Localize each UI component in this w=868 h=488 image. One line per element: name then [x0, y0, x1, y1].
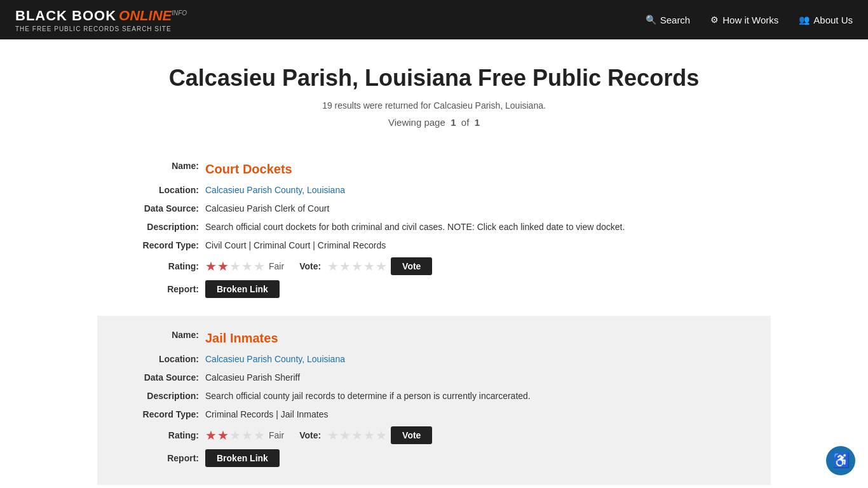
vote-star-3[interactable]: ★: [351, 259, 363, 274]
datasource-label: Data Source:: [123, 202, 205, 215]
record-location-row-2: Location: Calcasieu Parish County, Louis…: [123, 353, 745, 366]
report-label-2: Report:: [123, 453, 205, 463]
jail-inmates-link[interactable]: Jail Inmates: [205, 331, 278, 345]
court-dockets-link[interactable]: Court Dockets: [205, 162, 292, 176]
report-row-2: Report: Broken Link: [123, 449, 745, 467]
site-header: BLACK BOOK ONLINEINFO THE FREE PUBLIC RE…: [0, 0, 868, 39]
report-label: Report:: [123, 284, 205, 294]
logo-online-text: ONLINEINFO: [119, 8, 187, 24]
record-type-label-2: Record Type:: [123, 408, 205, 421]
main-nav: 🔍 Search ⚙ How it Works 👥 About Us: [646, 15, 853, 25]
record-location-row: Location: Calcasieu Parish County, Louis…: [123, 184, 745, 197]
star2-1: ★: [205, 428, 217, 443]
results-info: 19 results were returned for Calcasieu P…: [97, 100, 771, 111]
star-4: ★: [241, 259, 253, 274]
vote2-star-4[interactable]: ★: [363, 428, 375, 443]
record-name-row: Name: Court Dockets: [123, 159, 745, 179]
logo-subtitle: THE FREE PUBLIC RECORDS SEARCH SITE: [15, 25, 187, 32]
report-row: Report: Broken Link: [123, 280, 745, 298]
site-logo: BLACK BOOK ONLINEINFO THE FREE PUBLIC RE…: [15, 8, 187, 32]
vote-button-2[interactable]: Vote: [391, 426, 432, 444]
vote-label: Vote:: [299, 261, 321, 271]
record-type-row-2: Record Type: Criminal Records | Jail Inm…: [123, 408, 745, 421]
vote-label-2: Vote:: [299, 430, 321, 440]
rating-label-2: Rating:: [123, 430, 205, 440]
jail-inmates-record-type: Criminal Records | Jail Inmates: [205, 408, 745, 421]
record-description-row-2: Description: Search official county jail…: [123, 390, 745, 403]
vote-area-2: Vote: ★ ★ ★ ★ ★ Vote: [299, 426, 432, 444]
vote2-star-2[interactable]: ★: [339, 428, 351, 443]
description-label-2: Description:: [123, 390, 205, 403]
court-dockets-record-type: Civil Court | Criminal Court | Criminal …: [205, 239, 745, 252]
rating-row: Rating: ★ ★ ★ ★ ★ Fair Vote: ★ ★ ★ ★: [123, 257, 745, 275]
jail-inmates-description: Search official county jail records to d…: [205, 390, 745, 403]
nav-search[interactable]: 🔍 Search: [646, 15, 691, 25]
main-content: Calcasieu Parish, Louisiana Free Public …: [85, 39, 783, 488]
nav-how-it-works[interactable]: ⚙ How it Works: [710, 15, 778, 25]
rating-row-2: Rating: ★ ★ ★ ★ ★ Fair Vote: ★ ★ ★ ★: [123, 426, 745, 444]
vote2-star-3[interactable]: ★: [351, 428, 363, 443]
court-dockets-description: Search official court dockets for both c…: [205, 220, 745, 234]
record-type-row: Record Type: Civil Court | Criminal Cour…: [123, 239, 745, 252]
vote2-star-1[interactable]: ★: [327, 428, 339, 443]
star-1: ★: [205, 259, 217, 274]
rating-stars-2: ★ ★ ★ ★ ★ Fair: [205, 428, 284, 443]
record-name-row-2: Name: Jail Inmates: [123, 329, 745, 348]
jail-inmates-datasource: Calcasieu Parish Sheriff: [205, 371, 745, 384]
star2-5: ★: [254, 428, 265, 443]
display-stars: ★ ★ ★ ★ ★: [205, 259, 265, 274]
vote-star-1[interactable]: ★: [327, 259, 339, 274]
search-icon: 🔍: [646, 15, 656, 25]
record-datasource-row-2: Data Source: Calcasieu Parish Sheriff: [123, 371, 745, 384]
location-label: Location:: [123, 184, 205, 197]
star-5: ★: [254, 259, 265, 274]
location-label-2: Location:: [123, 353, 205, 366]
page-title: Calcasieu Parish, Louisiana Free Public …: [97, 65, 771, 92]
jail-inmates-location-link[interactable]: Calcasieu Parish County, Louisiana: [205, 354, 345, 364]
gear-icon: ⚙: [710, 15, 719, 25]
vote-stars[interactable]: ★ ★ ★ ★ ★: [327, 259, 387, 274]
star2-2: ★: [217, 428, 229, 443]
accessibility-button[interactable]: ♿: [826, 446, 855, 475]
name-label-2: Name:: [123, 329, 205, 348]
record-card-jail-inmates: Name: Jail Inmates Location: Calcasieu P…: [97, 316, 771, 485]
rating-label: Rating:: [123, 261, 205, 271]
datasource-label-2: Data Source:: [123, 371, 205, 384]
people-icon: 👥: [799, 15, 810, 25]
record-description-row: Description: Search official court docke…: [123, 220, 745, 234]
accessibility-icon: ♿: [832, 452, 850, 469]
nav-about-us[interactable]: 👥 About Us: [799, 15, 853, 25]
court-dockets-location-link[interactable]: Calcasieu Parish County, Louisiana: [205, 185, 345, 195]
court-dockets-datasource: Calcasieu Parish Clerk of Court: [205, 202, 745, 215]
broken-link-button-1[interactable]: Broken Link: [205, 280, 280, 298]
record-card-court-dockets: Name: Court Dockets Location: Calcasieu …: [97, 147, 771, 316]
rating-text-2: Fair: [269, 430, 284, 440]
star-3: ★: [229, 259, 241, 274]
paging-info: Viewing page 1 of 1: [97, 117, 771, 128]
rating-text: Fair: [269, 261, 284, 271]
description-label: Description:: [123, 220, 205, 234]
name-label: Name:: [123, 159, 205, 179]
vote-star-5[interactable]: ★: [376, 259, 387, 274]
logo-black-text: BLACK BOOK: [15, 8, 116, 24]
vote-button-1[interactable]: Vote: [391, 257, 432, 275]
record-datasource-row: Data Source: Calcasieu Parish Clerk of C…: [123, 202, 745, 215]
broken-link-button-2[interactable]: Broken Link: [205, 449, 280, 467]
star2-4: ★: [241, 428, 253, 443]
display-stars-2: ★ ★ ★ ★ ★: [205, 428, 265, 443]
vote-area: Vote: ★ ★ ★ ★ ★ Vote: [299, 257, 432, 275]
vote-stars-2[interactable]: ★ ★ ★ ★ ★: [327, 428, 387, 443]
rating-stars: ★ ★ ★ ★ ★ Fair: [205, 259, 284, 274]
vote-star-2[interactable]: ★: [339, 259, 351, 274]
star-2: ★: [217, 259, 229, 274]
vote2-star-5[interactable]: ★: [376, 428, 387, 443]
record-type-label: Record Type:: [123, 239, 205, 252]
star2-3: ★: [229, 428, 241, 443]
vote-star-4[interactable]: ★: [363, 259, 375, 274]
